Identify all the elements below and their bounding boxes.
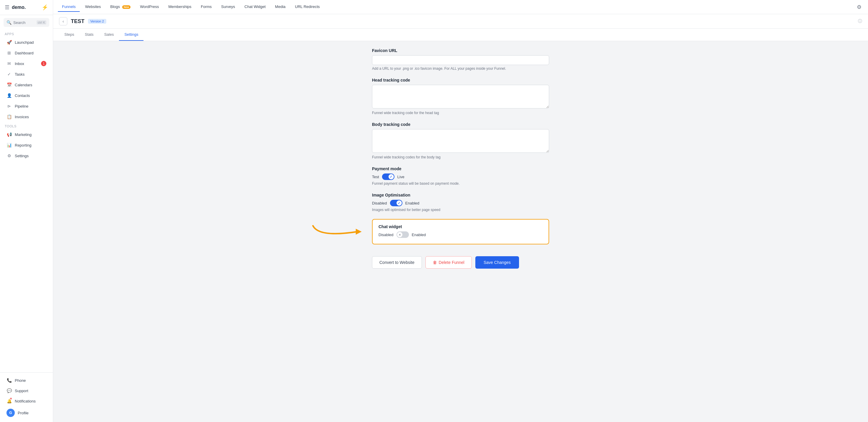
sidebar-item-label: Phone [15, 378, 26, 383]
chat-widget-toggle-row: Disabled ✕ Enabled [378, 231, 542, 238]
sidebar-item-pipeline[interactable]: ⊳ Pipeline [2, 101, 51, 111]
nav-chat-widget[interactable]: Chat Widget [240, 2, 270, 12]
sidebar: ☰ demo. ⚡ 🔍 Search ctrl K Apps 🚀 Launchp… [0, 0, 53, 422]
nav-media[interactable]: Media [271, 2, 290, 12]
nav-funnels[interactable]: Funnels [58, 2, 80, 12]
image-optimisation-toggle[interactable]: ✓ [390, 200, 402, 206]
funnel-back-button[interactable]: ‹ [59, 17, 67, 25]
nav-websites[interactable]: Websites [81, 2, 105, 12]
tab-stats[interactable]: Stats [80, 29, 99, 41]
image-optimisation-hint: Images will optimised for better page sp… [372, 208, 549, 212]
sidebar-item-label: Contacts [15, 93, 30, 98]
sidebar-item-contacts[interactable]: 👤 Contacts [2, 90, 51, 101]
head-tracking-input[interactable] [372, 85, 549, 109]
sidebar-item-profile[interactable]: G Profile [2, 406, 51, 419]
settings-content: Favicon URL Add a URL to your .png or .i… [53, 41, 868, 422]
tab-steps[interactable]: Steps [59, 29, 80, 41]
save-changes-button[interactable]: Save Changes [475, 256, 519, 269]
payment-mode-toggle[interactable]: ✓ [382, 173, 395, 180]
action-buttons: Convert to Website 🗑 Delete Funnel Save … [372, 252, 549, 276]
svg-marker-0 [356, 229, 362, 235]
favicon-url-label: Favicon URL [372, 48, 549, 53]
main-content: Funnels Websites Blogs New WordPress Mem… [53, 0, 868, 422]
sidebar-item-label: Profile [18, 411, 29, 415]
sidebar-item-phone[interactable]: 📞 Phone [2, 375, 51, 385]
head-tracking-group: Head tracking code Funnel wide tracking … [372, 78, 549, 115]
chat-widget-enabled-label: Enabled [412, 232, 426, 237]
nav-memberships[interactable]: Memberships [164, 2, 195, 12]
funnel-title: TEST [71, 18, 85, 25]
phone-icon: 📞 [6, 378, 12, 383]
sidebar-item-label: Notifications [15, 399, 36, 403]
toggle-check-icon: ✓ [398, 201, 400, 205]
nav-blogs[interactable]: Blogs New [106, 2, 135, 12]
tab-sales[interactable]: Sales [99, 29, 119, 41]
delete-icon: 🗑 [433, 260, 437, 265]
sidebar-item-settings[interactable]: ⚙ Settings [2, 151, 51, 161]
sidebar-item-invoices[interactable]: 📋 Invoices [2, 112, 51, 122]
image-opt-enabled-label: Enabled [405, 201, 420, 205]
tab-settings[interactable]: Settings [119, 29, 144, 41]
favicon-url-group: Favicon URL Add a URL to your .png or .i… [372, 48, 549, 71]
sidebar-item-label: Launchpad [15, 40, 34, 45]
support-icon: 💬 [6, 388, 12, 393]
search-label: Search [13, 20, 35, 25]
nav-wordpress[interactable]: WordPress [136, 2, 163, 12]
toggle-knob: ✓ [389, 174, 394, 179]
inbox-icon: ✉ [6, 61, 12, 66]
chat-widget-disabled-label: Disabled [378, 232, 394, 237]
inbox-badge: 1 [41, 61, 46, 66]
body-tracking-label: Body tracking code [372, 122, 549, 127]
settings-icon: ⚙ [6, 153, 12, 159]
favicon-url-input[interactable] [372, 55, 549, 65]
pipeline-icon: ⊳ [6, 104, 12, 109]
nav-url-redirects[interactable]: URL Redirects [291, 2, 324, 12]
sidebar-item-inbox[interactable]: ✉ Inbox 1 [2, 58, 51, 68]
invoices-icon: 📋 [6, 114, 12, 119]
chat-widget-container: Chat widget Disabled ✕ Enabled [372, 219, 549, 244]
topnav-gear-icon[interactable]: ⚙ [855, 2, 863, 12]
nav-blogs-label: Blogs [110, 4, 120, 9]
sidebar-item-label: Support [15, 389, 28, 393]
delete-funnel-button[interactable]: 🗑 Delete Funnel [426, 256, 472, 269]
apps-section-label: Apps [0, 30, 53, 37]
sidebar-item-reporting[interactable]: 📊 Reporting [2, 140, 51, 150]
body-tracking-hint: Funnel wide tracking codes for the body … [372, 155, 549, 159]
nav-surveys[interactable]: Surveys [217, 2, 239, 12]
bolt-icon[interactable]: ⚡ [42, 4, 48, 11]
sidebar-item-dashboard[interactable]: ⊞ Dashboard [2, 48, 51, 58]
funnel-info-icon[interactable]: ⓘ [858, 19, 862, 24]
settings-form: Favicon URL Add a URL to your .png or .i… [372, 48, 549, 276]
sidebar-item-launchpad[interactable]: 🚀 Launchpad [2, 37, 51, 47]
head-tracking-hint: Funnel wide tracking code for the head t… [372, 111, 549, 115]
calendars-icon: 📅 [6, 82, 12, 87]
toggle-check-icon: ✓ [390, 175, 392, 179]
delete-label: Delete Funnel [439, 260, 464, 265]
image-optimisation-label: Image Optimisation [372, 193, 549, 197]
tools-section-label: Tools [0, 122, 53, 129]
sidebar-item-calendars[interactable]: 📅 Calendars [2, 80, 51, 90]
convert-to-website-button[interactable]: Convert to Website [372, 256, 422, 269]
back-chevron-icon: ‹ [63, 19, 64, 24]
menu-icon[interactable]: ☰ [5, 4, 9, 11]
tabs-bar: Steps Stats Sales Settings [53, 29, 868, 41]
sidebar-item-label: Marketing [15, 132, 32, 137]
sidebar-item-notifications[interactable]: 🔔 Notifications 8 [2, 396, 51, 406]
favicon-url-hint: Add a URL to your .png or .ico favicon i… [372, 66, 549, 71]
nav-forms[interactable]: Forms [197, 2, 216, 12]
search-bar[interactable]: 🔍 Search ctrl K [4, 18, 49, 27]
sidebar-item-marketing[interactable]: 📢 Marketing [2, 130, 51, 139]
sidebar-logo: ☰ demo. ⚡ [0, 0, 53, 15]
payment-mode-group: Payment mode Test ✓ Live Funnel payment … [372, 166, 549, 186]
sidebar-item-tasks[interactable]: ✓ Tasks [2, 69, 51, 79]
sidebar-item-support[interactable]: 💬 Support [2, 386, 51, 396]
body-tracking-input[interactable] [372, 129, 549, 153]
payment-mode-toggle-row: Test ✓ Live [372, 173, 549, 180]
contacts-icon: 👤 [6, 93, 12, 98]
payment-mode-test-label: Test [372, 175, 379, 179]
search-icon: 🔍 [6, 20, 11, 25]
sidebar-item-label: Calendars [15, 83, 32, 87]
head-tracking-label: Head tracking code [372, 78, 549, 82]
chat-widget-toggle[interactable]: ✕ [397, 231, 409, 238]
funnel-header: ‹ TEST Version 2 ⓘ [53, 14, 868, 29]
